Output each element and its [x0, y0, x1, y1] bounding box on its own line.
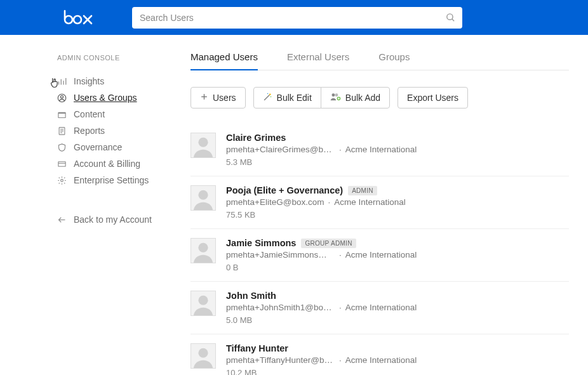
app-header — [0, 0, 588, 35]
avatar — [190, 238, 216, 263]
bulk-add-button[interactable]: Bulk Add — [321, 87, 390, 109]
svg-rect-14 — [58, 161, 65, 166]
user-storage-size: 10.2 MB — [226, 368, 569, 375]
wand-icon — [263, 92, 272, 103]
user-name: John Smith — [226, 291, 276, 301]
button-label: Users — [213, 93, 236, 103]
user-email: pmehta+JohnSmith1@box.com — [226, 303, 335, 312]
plus-icon — [200, 93, 208, 103]
svg-point-24 — [335, 93, 338, 96]
user-storage-size: 75.5 KB — [226, 210, 569, 220]
shield-icon — [57, 143, 74, 152]
sidebar-item-insights[interactable]: Insights — [57, 73, 160, 89]
svg-point-16 — [61, 179, 63, 181]
role-badge: GROUP ADMIN — [301, 239, 356, 248]
sidebar-item-label: Back to my Account — [74, 214, 152, 225]
sidebar-item-label: Insights — [74, 76, 104, 86]
role-badge: ADMIN — [348, 186, 377, 195]
svg-point-0 — [74, 16, 81, 23]
users-plus-icon — [330, 92, 341, 103]
folder-icon — [57, 110, 74, 119]
arrow-left-icon — [57, 215, 74, 225]
sidebar-item-reports[interactable]: Reports — [57, 122, 160, 139]
user-storage-size: 0 B — [226, 263, 569, 272]
avatar — [190, 185, 216, 211]
add-users-button[interactable]: Users — [190, 87, 246, 109]
user-company: Acme International — [345, 355, 417, 365]
button-label: Bulk Add — [345, 93, 380, 103]
user-row[interactable]: John Smithpmehta+JohnSmith1@box.com·Acme… — [190, 282, 569, 334]
users-list: Claire Grimespmehta+ClaireGrimes@box.com… — [190, 124, 569, 375]
user-email: pmehta+EliteG@box.com — [226, 197, 324, 207]
user-row[interactable]: Jamie SimmonsGROUP ADMINpmehta+JamieSimm… — [190, 229, 569, 282]
user-company: Acme International — [345, 145, 417, 154]
avatar — [190, 291, 216, 316]
export-users-button[interactable]: Export Users — [398, 87, 468, 109]
tab-label: Groups — [378, 51, 410, 62]
svg-point-23 — [331, 93, 335, 96]
toolbar: Users Bulk Edit Bulk Add — [190, 87, 569, 109]
user-company: Acme International — [334, 197, 406, 207]
svg-line-2 — [452, 18, 454, 20]
box-logo[interactable] — [63, 10, 94, 26]
svg-point-22 — [267, 93, 268, 95]
avatar — [190, 343, 216, 369]
sidebar-title: ADMIN CONSOLE — [57, 54, 160, 62]
svg-point-29 — [198, 190, 208, 200]
svg-point-28 — [198, 138, 208, 147]
bar-chart-icon — [57, 77, 74, 86]
back-to-account[interactable]: Back to my Account — [57, 211, 160, 228]
svg-point-1 — [447, 13, 453, 19]
user-storage-size: 5.0 MB — [226, 315, 569, 325]
avatar — [190, 133, 216, 158]
sidebar-item-users-groups[interactable]: Users & Groups — [57, 89, 160, 106]
user-email: pmehta+ClaireGrimes@box.com — [226, 145, 335, 154]
search-input[interactable] — [132, 7, 462, 29]
svg-point-31 — [198, 296, 208, 305]
bulk-edit-button[interactable]: Bulk Edit — [253, 87, 321, 109]
tab-label: External Users — [287, 51, 349, 62]
svg-point-30 — [198, 243, 208, 253]
sidebar-item-account-billing[interactable]: Account & Billing — [57, 155, 160, 172]
svg-point-8 — [61, 95, 63, 98]
tabs: Managed Users External Users Groups — [190, 46, 569, 70]
user-row[interactable]: Claire Grimespmehta+ClaireGrimes@box.com… — [190, 124, 569, 176]
tab-external-users[interactable]: External Users — [287, 46, 349, 70]
svg-point-20 — [269, 94, 271, 96]
document-icon — [57, 126, 74, 136]
user-company: Acme International — [345, 250, 417, 260]
user-name: Jamie Simmons — [226, 238, 296, 248]
sidebar-item-label: Enterprise Settings — [74, 175, 149, 185]
sidebar-item-content[interactable]: Content — [57, 106, 160, 122]
tab-label: Managed Users — [190, 51, 258, 62]
sidebar-item-label: Content — [74, 109, 105, 119]
svg-point-21 — [270, 96, 271, 98]
sidebar-item-label: Reports — [74, 126, 105, 136]
tab-groups[interactable]: Groups — [378, 46, 410, 70]
user-company: Acme International — [345, 303, 417, 312]
user-name: Tiffany Hunter — [226, 343, 288, 353]
user-name: Claire Grimes — [226, 133, 286, 143]
button-label: Bulk Edit — [277, 93, 312, 103]
svg-point-32 — [198, 348, 208, 358]
user-storage-size: 5.3 MB — [226, 157, 569, 167]
user-email: pmehta+JamieSimmons@box.com — [226, 250, 335, 260]
user-email: pmehta+TiffanyHunter@box.com — [226, 355, 335, 365]
main-content: Managed Users External Users Groups User… — [173, 35, 588, 375]
credit-card-icon — [57, 159, 74, 169]
button-label: Export Users — [407, 93, 458, 103]
user-row[interactable]: Pooja (Elite + Governance)ADMINpmehta+El… — [190, 176, 569, 229]
sidebar-item-label: Account & Billing — [74, 159, 140, 169]
sidebar-item-label: Governance — [74, 142, 122, 152]
user-name: Pooja (Elite + Governance) — [226, 185, 343, 195]
user-row[interactable]: Tiffany Hunterpmehta+TiffanyHunter@box.c… — [190, 334, 569, 375]
sidebar: ADMIN CONSOLE Insights Users & Groups Co… — [0, 35, 173, 375]
sidebar-item-label: Users & Groups — [74, 93, 137, 103]
tab-managed-users[interactable]: Managed Users — [190, 46, 258, 70]
gear-icon — [57, 176, 74, 185]
search-icon — [445, 12, 456, 25]
sidebar-item-governance[interactable]: Governance — [57, 139, 160, 155]
sidebar-item-enterprise-settings[interactable]: Enterprise Settings — [57, 172, 160, 188]
user-circle-icon — [57, 93, 74, 103]
